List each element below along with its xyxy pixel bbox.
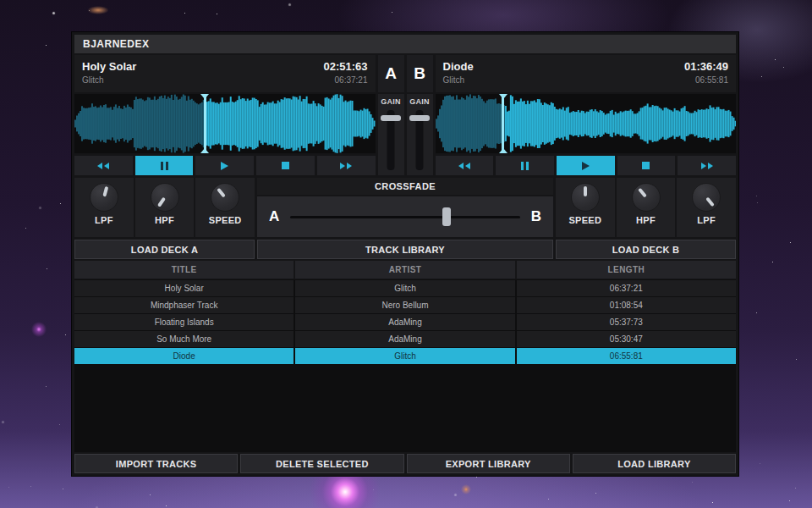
cell-length: 05:37:73 bbox=[517, 314, 736, 330]
table-row[interactable]: So Much MoreAdaMing05:30:47 bbox=[74, 331, 736, 347]
crossfade-slider[interactable] bbox=[290, 216, 519, 218]
pause-button[interactable] bbox=[135, 156, 194, 175]
deck-a-track-title: Holy Solar bbox=[82, 60, 136, 73]
play-icon bbox=[220, 162, 229, 170]
export-library-button[interactable]: EXPORT LIBRARY bbox=[407, 454, 570, 473]
column-header-length: LENGTH bbox=[517, 261, 736, 279]
cell-title: Holy Solar bbox=[74, 280, 294, 296]
rewind-button[interactable] bbox=[436, 156, 494, 175]
knob-label: SPEED bbox=[568, 215, 601, 225]
crossfade-a-label: A bbox=[269, 208, 279, 225]
table-row[interactable]: Floating IslandsAdaMing05:37:73 bbox=[74, 314, 736, 330]
table-row[interactable]: DiodeGlitch06:55:81 bbox=[74, 348, 736, 364]
fast-forward-button[interactable] bbox=[317, 156, 376, 175]
mixer-column: A B GAIN GAIN bbox=[378, 55, 433, 175]
cell-length: 06:37:21 bbox=[517, 280, 736, 296]
load-row: LOAD DECK A TRACK LIBRARY LOAD DECK B bbox=[74, 240, 736, 259]
deck-b-artist: Glitch bbox=[443, 75, 474, 85]
fast-forward-button[interactable] bbox=[678, 156, 736, 175]
cell-title: Diode bbox=[74, 348, 294, 364]
import-tracks-button[interactable]: IMPORT TRACKS bbox=[74, 454, 238, 473]
deck-a-track-length: 06:37:21 bbox=[335, 75, 368, 85]
knob-lpf[interactable] bbox=[90, 183, 118, 212]
deck-b-waveform[interactable] bbox=[436, 94, 737, 153]
gain-a-handle[interactable] bbox=[381, 115, 401, 121]
fast-forward-icon bbox=[700, 163, 714, 169]
crossfade-section: CROSSFADE A B bbox=[257, 178, 553, 237]
deck-b: Diode Glitch 01:36:49 06:55:81 bbox=[436, 55, 737, 175]
deck-b-label: B bbox=[407, 55, 433, 92]
deck-a-waveform[interactable] bbox=[74, 94, 376, 153]
deck-a-artist: Glitch bbox=[82, 75, 136, 85]
stop-button[interactable] bbox=[256, 156, 315, 175]
knob-indicator bbox=[638, 188, 647, 198]
cell-title: Floating Islands bbox=[74, 314, 294, 330]
play-button[interactable] bbox=[557, 156, 615, 175]
knob-indicator bbox=[584, 186, 587, 196]
cell-title: So Much More bbox=[74, 331, 294, 347]
deck-b-track-title: Diode bbox=[443, 60, 474, 73]
play-button[interactable] bbox=[195, 156, 254, 175]
cell-artist: Glitch bbox=[295, 280, 514, 296]
knob-panel-lpf: LPF bbox=[74, 178, 134, 237]
knob-hpf[interactable] bbox=[151, 183, 179, 212]
crossfade-b-label: B bbox=[531, 208, 541, 225]
playhead-marker bbox=[502, 94, 504, 153]
library-actions: IMPORT TRACKSDELETE SELECTEDEXPORT LIBRA… bbox=[74, 454, 736, 473]
library-column-headers: TITLE ARTIST LENGTH bbox=[74, 261, 736, 279]
table-row[interactable]: Mindphaser TrackNero Bellum01:08:54 bbox=[74, 297, 736, 313]
knob-label: LPF bbox=[697, 215, 716, 225]
gain-b-slider[interactable] bbox=[407, 108, 433, 175]
playhead-marker bbox=[204, 94, 206, 153]
window-titlebar: BJARNEDEX bbox=[74, 35, 736, 53]
deck-b-transport bbox=[436, 156, 737, 175]
dj-app-window: BJARNEDEX Holy Solar Glitch 02:51:63 06:… bbox=[72, 32, 738, 476]
load-deck-a-button[interactable]: LOAD DECK A bbox=[74, 240, 255, 259]
deck-b-gain: GAIN bbox=[407, 94, 433, 175]
deck-a-label: A bbox=[378, 55, 404, 92]
table-row[interactable]: Holy SolarGlitch06:37:21 bbox=[74, 280, 736, 296]
pause-button[interactable] bbox=[496, 156, 554, 175]
knob-speed[interactable] bbox=[571, 183, 600, 212]
delete-selected-button[interactable]: DELETE SELECTED bbox=[240, 454, 403, 473]
track-library-header: TRACK LIBRARY bbox=[257, 240, 553, 259]
column-header-title: TITLE bbox=[74, 261, 294, 279]
knob-speed[interactable] bbox=[211, 183, 239, 212]
play-icon bbox=[581, 162, 590, 170]
stop-icon bbox=[282, 162, 289, 169]
column-header-artist: ARTIST bbox=[295, 261, 514, 279]
desktop: { "app": { "title": "BJARNEDEX" }, "deck… bbox=[0, 0, 812, 508]
deck-a: Holy Solar Glitch 02:51:63 06:37:21 bbox=[74, 55, 376, 175]
deck-b-track-length: 06:55:81 bbox=[695, 75, 728, 85]
cell-artist: Glitch bbox=[295, 348, 514, 364]
knob-panel-hpf: HPF bbox=[135, 178, 195, 237]
crossfade-handle[interactable] bbox=[442, 207, 451, 226]
cell-artist: Nero Bellum bbox=[295, 297, 514, 313]
deck-area: Holy Solar Glitch 02:51:63 06:37:21 A B … bbox=[74, 55, 736, 175]
knob-lpf[interactable] bbox=[692, 183, 721, 212]
load-deck-b-button[interactable]: LOAD DECK B bbox=[556, 240, 736, 259]
cell-artist: AdaMing bbox=[295, 331, 514, 347]
waveform-graphic bbox=[74, 94, 376, 153]
pause-icon bbox=[159, 162, 169, 170]
deck-b-knobs: SPEEDHPFLPF bbox=[556, 178, 736, 237]
cell-length: 06:55:81 bbox=[517, 348, 736, 364]
cell-artist: AdaMing bbox=[295, 314, 514, 330]
knob-indicator bbox=[102, 186, 108, 197]
gain-b-handle[interactable] bbox=[409, 115, 430, 121]
track-list: Holy SolarGlitch06:37:21Mindphaser Track… bbox=[74, 279, 736, 452]
knob-indicator bbox=[217, 188, 226, 198]
knob-indicator bbox=[705, 196, 715, 207]
fast-forward-icon bbox=[339, 163, 353, 169]
knob-panel-speed: SPEED bbox=[195, 178, 255, 237]
waveform-graphic bbox=[436, 94, 737, 153]
rewind-button[interactable] bbox=[74, 156, 133, 175]
load-library-button[interactable]: LOAD LIBRARY bbox=[573, 454, 736, 473]
knob-hpf[interactable] bbox=[632, 183, 661, 212]
starfield-background bbox=[0, 0, 1, 1]
deck-a-transport bbox=[74, 156, 376, 175]
knob-label: SPEED bbox=[209, 215, 242, 225]
gain-a-slider[interactable] bbox=[378, 108, 404, 175]
crossfade-title: CROSSFADE bbox=[257, 178, 553, 195]
stop-button[interactable] bbox=[617, 156, 676, 175]
